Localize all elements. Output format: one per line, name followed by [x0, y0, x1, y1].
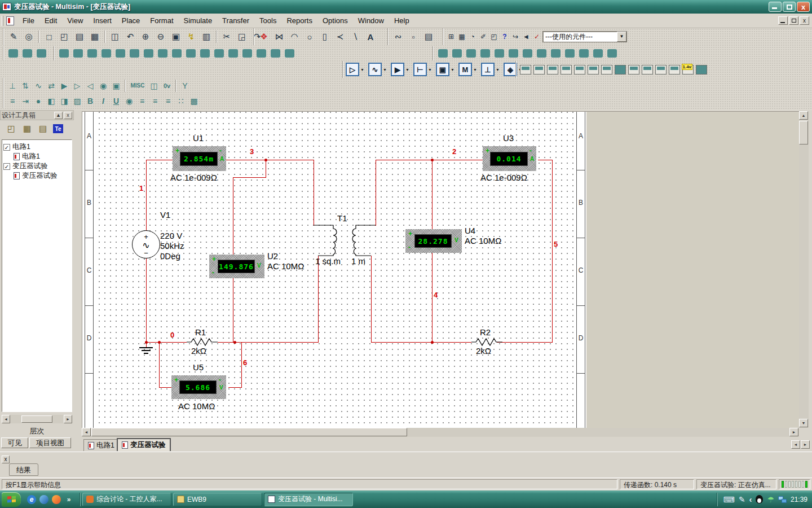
- diode-part-icon[interactable]: ▶: [58, 79, 70, 93]
- v1-voltage-label[interactable]: 220 V: [160, 231, 182, 240]
- document-icon[interactable]: [6, 16, 14, 25]
- mdi-restore-button[interactable]: [789, 16, 798, 25]
- canvas-vscrollbar[interactable]: ▲ ▼: [799, 111, 809, 428]
- mdi-close-button[interactable]: x: [800, 16, 809, 25]
- line-icon[interactable]: ∖: [348, 30, 363, 43]
- u5-mode-label[interactable]: AC 10MΩ: [178, 401, 215, 411]
- edit-symbol-icon[interactable]: ✐: [478, 30, 488, 43]
- multimeter-instrument-button[interactable]: [520, 65, 531, 75]
- grapher-icon[interactable]: ▥: [199, 30, 214, 43]
- component-toolbar-button[interactable]: [87, 49, 97, 58]
- analysis-icon[interactable]: ◔: [467, 30, 478, 43]
- virtual-toolbar-button[interactable]: [438, 49, 448, 58]
- browser-quicklaunch-icon[interactable]: [52, 495, 61, 504]
- t1-secondary-label[interactable]: 1 m: [351, 256, 365, 266]
- bullet-icon[interactable]: ●: [32, 94, 45, 108]
- ac-source-v1[interactable]: + ∿ −: [132, 230, 160, 259]
- v1-phase-label[interactable]: 0Deg: [160, 251, 180, 261]
- menu-insert[interactable]: Insert: [88, 15, 117, 26]
- text-icon[interactable]: A: [363, 30, 378, 43]
- cmos-gate-icon[interactable]: ◁: [84, 79, 96, 93]
- ttl-family-button[interactable]: ▣▼: [436, 63, 456, 76]
- toolbar-grip[interactable]: [2, 16, 3, 26]
- mdi-minimize-button[interactable]: [778, 16, 788, 25]
- wire[interactable]: [371, 256, 372, 342]
- tree-item-circuit1-sheet[interactable]: 电路1: [3, 152, 70, 161]
- meter-part-icon[interactable]: ◫: [148, 79, 160, 93]
- paste-icon[interactable]: ◫: [108, 30, 122, 43]
- toolbox-hscrollbar[interactable]: ◄ ►: [2, 415, 72, 423]
- oscilloscope-button[interactable]: [561, 65, 572, 75]
- save-icon[interactable]: ▦: [87, 30, 102, 43]
- umbrella-tray-icon[interactable]: ☂: [767, 495, 774, 504]
- component-toolbar-button[interactable]: [285, 49, 294, 58]
- pattern-icon[interactable]: ▨: [71, 94, 83, 108]
- in-use-components-select[interactable]: ---使用的元件--- ▼: [542, 31, 627, 42]
- analog-family-button[interactable]: ▷▼: [346, 63, 365, 76]
- menu-window[interactable]: Window: [353, 15, 389, 26]
- hierarchy-icon[interactable]: ⊞: [446, 30, 456, 43]
- bode-plotter-button[interactable]: [574, 65, 585, 75]
- component-toolbar-button[interactable]: [102, 49, 111, 58]
- net-label-1[interactable]: 1: [139, 184, 143, 192]
- u3-mode-label[interactable]: AC 1e-009Ω: [480, 173, 527, 182]
- r2-value-label[interactable]: 2kΩ: [476, 346, 491, 356]
- combo-dropdown-icon[interactable]: ▼: [617, 32, 626, 42]
- wire[interactable]: [233, 177, 266, 178]
- v1-ref-label[interactable]: V1: [160, 210, 170, 220]
- wire[interactable]: [233, 177, 233, 255]
- virtual-toolbar-button[interactable]: [466, 49, 476, 58]
- net-label-0[interactable]: 0: [170, 331, 174, 339]
- component-toolbar-button[interactable]: [116, 49, 125, 58]
- wire[interactable]: [538, 160, 553, 160]
- toolbox-save-icon[interactable]: ▦: [21, 122, 33, 135]
- tray-chevron-icon[interactable]: ‹: [749, 495, 752, 504]
- virtual-toolbar-button[interactable]: [495, 49, 504, 58]
- wire[interactable]: [266, 160, 266, 178]
- logic-converter-button[interactable]: [628, 65, 639, 75]
- wire[interactable]: [228, 387, 242, 388]
- selection-icon[interactable]: ▫: [406, 30, 421, 43]
- distortion-analyzer-button[interactable]: [655, 65, 667, 75]
- start-button[interactable]: [2, 492, 21, 507]
- component-toolbar-button[interactable]: [59, 49, 69, 58]
- menu-help[interactable]: Help: [389, 15, 414, 26]
- menu-transfer[interactable]: Transfer: [217, 15, 254, 26]
- wire[interactable]: [376, 160, 483, 160]
- wire[interactable]: [266, 160, 314, 160]
- toolbox-open-icon[interactable]: ◰: [6, 122, 17, 135]
- network-analyzer-button[interactable]: [696, 65, 707, 75]
- back-annotate-icon[interactable]: ◄: [521, 30, 531, 43]
- flip-horizontal-icon[interactable]: ⇄: [45, 79, 58, 93]
- component-toolbar-button[interactable]: [73, 49, 83, 58]
- multimeter-u2[interactable]: + - V 149.876: [209, 255, 264, 278]
- color-icon[interactable]: ❖: [257, 30, 271, 43]
- multimeter-u4[interactable]: + - V 28.278: [405, 229, 462, 253]
- ttl-gate-icon[interactable]: ▷: [71, 79, 83, 93]
- network-tray-icon[interactable]: [778, 496, 787, 503]
- schematic-canvas[interactable]: A B C D A B C D: [82, 111, 799, 428]
- wire[interactable]: [218, 342, 319, 343]
- wire[interactable]: [376, 160, 376, 226]
- numbered-list-icon[interactable]: ∷: [175, 94, 187, 108]
- taskbar-item-multisim[interactable]: 变压器试验 - Multisi...: [264, 493, 353, 506]
- wattmeter-button[interactable]: [547, 65, 558, 75]
- cmos-family-button[interactable]: M▼: [458, 63, 478, 76]
- net-label-5[interactable]: 5: [554, 240, 558, 248]
- motor-part-icon[interactable]: ◉: [97, 79, 109, 93]
- antenna-part-icon[interactable]: Y: [179, 79, 191, 93]
- polygon-icon[interactable]: ⋈: [272, 30, 286, 43]
- word-generator-button[interactable]: [601, 65, 612, 75]
- qq-tray-icon[interactable]: [756, 495, 763, 503]
- spreadsheet-icon[interactable]: ▦: [457, 30, 467, 43]
- v1-frequency-label[interactable]: 50kHz: [160, 241, 184, 251]
- ie-quicklaunch-icon[interactable]: e: [27, 495, 36, 504]
- panel-pin-icon[interactable]: ▲: [54, 112, 63, 119]
- image-right-icon[interactable]: ◨: [58, 94, 70, 108]
- menu-tools[interactable]: Tools: [254, 15, 281, 26]
- t1-ref-label[interactable]: T1: [337, 213, 347, 223]
- spectrum-analyzer-button[interactable]: [669, 65, 680, 75]
- database-icon[interactable]: ◰: [489, 30, 499, 43]
- function-generator-button[interactable]: [533, 65, 545, 75]
- u2-mode-label[interactable]: AC 10MΩ: [267, 261, 304, 271]
